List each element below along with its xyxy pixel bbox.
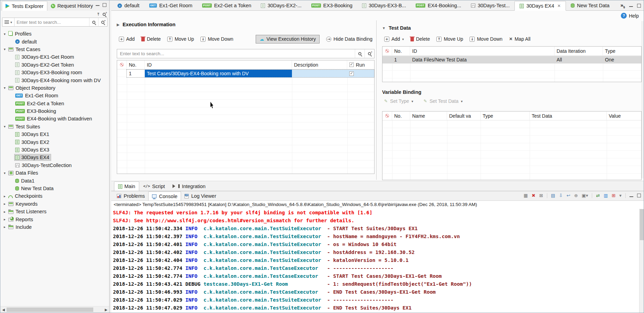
left-search-input[interactable] [15, 20, 89, 25]
expand-arrow-icon[interactable]: ▸ [2, 194, 8, 198]
editor-tab-new-test-data[interactable]: New Test Data [566, 1, 614, 10]
test-data-row[interactable]: 1 Data Files/New Test Data All One [382, 56, 641, 63]
tree-item-30days-ex3-booking-room[interactable]: 30Days-EX3-Booking room [0, 69, 109, 76]
tree-item-data1[interactable]: Data1 [0, 177, 109, 184]
tab-script[interactable]: </> Script [139, 182, 169, 191]
tree-item-30days-ex2[interactable]: 30Days EX2 [0, 138, 109, 146]
tree-item-default[interactable]: default [0, 38, 109, 45]
word-wrap-icon[interactable]: ↩ [567, 193, 570, 198]
expand-arrow-icon[interactable]: ▸ [2, 202, 8, 206]
show-console-when-output-icon[interactable]: ⇄ [596, 193, 600, 198]
collapse-all-icon[interactable]: ⤒ [97, 12, 99, 17]
editor-tab-ex2-get-a-token[interactable]: POSTEx2-Get a Token [197, 1, 256, 10]
td-add-button[interactable]: + Add ▾ [382, 36, 406, 42]
scrollbar-thumb[interactable] [7, 307, 93, 312]
map-all-button[interactable]: ✕ Map All [507, 36, 532, 42]
collapse-arrow-icon[interactable]: ▾ [2, 171, 8, 175]
search-plus-button[interactable] [98, 18, 107, 26]
td-no-column-header[interactable]: No. [392, 47, 410, 55]
section-expander-icon[interactable]: ▶ [117, 23, 120, 27]
editor-tab-30days-ex3-b[interactable]: 30Days-EX3-B... [357, 1, 411, 10]
console-minimize-icon[interactable] [629, 194, 633, 197]
console-menu-icon[interactable]: ▾ [619, 193, 622, 198]
editor-tab-default[interactable]: default [113, 1, 144, 10]
run-select-all-checkbox[interactable] [349, 62, 354, 67]
new-console-view-icon[interactable]: ⊞ [612, 193, 616, 198]
editor-tab-30days-test[interactable]: 30Days-Test... [466, 1, 515, 10]
add-button[interactable]: + Add [117, 36, 137, 42]
tree-item-30days-ex1[interactable]: 30Days EX1 [0, 130, 109, 138]
tree-item-data-files[interactable]: ▾Data Files [0, 169, 109, 177]
id-column-header[interactable]: ID [145, 60, 292, 69]
tree-item-test-cases[interactable]: ▾Test Cases [0, 46, 109, 53]
no-column-header[interactable]: No. [127, 60, 145, 69]
collapse-arrow-icon[interactable]: ▾ [2, 32, 8, 36]
td-id-column-header[interactable]: ID [410, 47, 555, 55]
scroll-lock-icon[interactable]: ⇩ [559, 193, 563, 198]
remove-all-launches-icon[interactable]: ⊠ [539, 193, 543, 198]
tab-problems[interactable]: Problems [113, 192, 148, 200]
tree-item-profiles[interactable]: ▾Profiles [0, 30, 109, 38]
advanced-search-icon[interactable] [103, 13, 106, 16]
tree-item-ex3-booking[interactable]: POSTEX3-Booking [0, 107, 109, 115]
editor-tab-ex3-booking[interactable]: POSTEX3-Booking [306, 1, 357, 10]
vb-type-column-header[interactable]: Type [481, 111, 530, 120]
left-panel-minimize-icon[interactable] [96, 3, 100, 6]
td-delete-button[interactable]: Delete [408, 36, 432, 42]
help-button[interactable]: ? Help [621, 13, 639, 19]
vb-no-column-header[interactable]: No. [392, 111, 410, 120]
close-tab-icon[interactable]: ✕ [557, 3, 561, 8]
left-horizontal-scrollbar[interactable]: ◀ ▶ [0, 306, 109, 313]
td-data-iteration-column-header[interactable]: Data Iteration [555, 47, 603, 55]
description-column-header[interactable]: Description [292, 60, 347, 69]
filter-menu[interactable]: ▾ [2, 18, 15, 26]
execution-search-button[interactable] [355, 49, 364, 58]
run-checkbox[interactable] [349, 71, 354, 76]
tree-item-include[interactable]: ▸Include [0, 223, 109, 231]
td-move-down-button[interactable]: ↓ Move Down [467, 36, 504, 42]
tree-item-object-repository[interactable]: ▾Object Repository [0, 84, 109, 92]
scroll-right-icon[interactable]: ▶ [104, 308, 108, 312]
tree-item-30days-ex4-booking-room-with-dv[interactable]: 30Days-EX4-Booking room with DV [0, 76, 109, 84]
execution-table-row[interactable]: 1 Test Cases/30Days-EX4-Booking room wit… [127, 70, 374, 77]
error-column-header[interactable] [117, 60, 127, 69]
tab-console[interactable]: Console [148, 192, 181, 200]
tab-request-history[interactable]: Request History [47, 1, 96, 11]
vb-test-data-column-header[interactable]: Test Data [530, 111, 607, 120]
tree-item-test-listeners[interactable]: ▸Test Listeners [0, 208, 109, 215]
view-execution-history-button[interactable]: ☁ View Execution History [256, 35, 320, 43]
tree-item-30days-ex1-get-room[interactable]: 30Days-EX1-Get Room [0, 53, 109, 61]
right-vertical-scrollbar[interactable] [642, 21, 644, 178]
left-panel-maximize-icon[interactable] [103, 3, 106, 7]
pin-console-icon[interactable]: ⊕ [574, 193, 578, 198]
vb-name-column-header[interactable]: Name [410, 111, 447, 120]
tree-item-30days-ex4[interactable]: 30Days EX4 [0, 154, 109, 161]
tab-overflow-indicator[interactable]: »5 [621, 2, 625, 9]
collapse-arrow-icon[interactable]: ▾ [2, 86, 8, 90]
tree-item-30days-ex2-get-token[interactable]: 30Days-EX2-Get Token [0, 61, 109, 69]
tree-item-30days-testcollection[interactable]: 30Days-TestCollection [0, 162, 109, 169]
tree-item-new-test-data[interactable]: New Test Data [0, 185, 109, 192]
execution-search-plus-button[interactable] [364, 49, 374, 58]
tree-item-test-suites[interactable]: ▾Test Suites [0, 123, 109, 130]
tab-tests-explorer[interactable]: Tests Explorer [2, 1, 47, 11]
collapse-arrow-icon[interactable]: ▾ [2, 47, 8, 51]
execution-search-input[interactable] [117, 51, 355, 56]
tree-item-ex2-get-a-token[interactable]: POSTEx2-Get a Token [0, 100, 109, 107]
clear-console-icon[interactable]: ▤ [551, 193, 555, 198]
editor-tab-30days-ex4[interactable]: 30Days EX4✕ [514, 1, 566, 11]
console-maximize-icon[interactable] [637, 194, 641, 197]
remove-launch-icon[interactable]: ✖ [532, 193, 536, 198]
vb-value-column-header[interactable]: Value [607, 111, 641, 120]
tab-log-viewer[interactable]: Log Viewer [181, 192, 219, 200]
error-column-header[interactable] [382, 111, 392, 120]
editor-tab-ex1-get-room[interactable]: GETEx1-Get Room [144, 1, 197, 10]
display-console-icon[interactable]: ▦ [523, 193, 528, 198]
hide-data-binding-button[interactable]: → Hide Data Binding [324, 36, 375, 42]
tree-item-ex1-get-room[interactable]: GETEx1-Get Room [0, 92, 109, 99]
editor-maximize-icon[interactable] [637, 4, 641, 8]
tree-item-checkpoints[interactable]: ▸Checkpoints [0, 192, 109, 200]
open-console-icon[interactable]: ▣▾ [582, 193, 588, 198]
editor-minimize-icon[interactable] [629, 4, 633, 7]
tree-item-keywords[interactable]: ▸Keywords [0, 200, 109, 208]
